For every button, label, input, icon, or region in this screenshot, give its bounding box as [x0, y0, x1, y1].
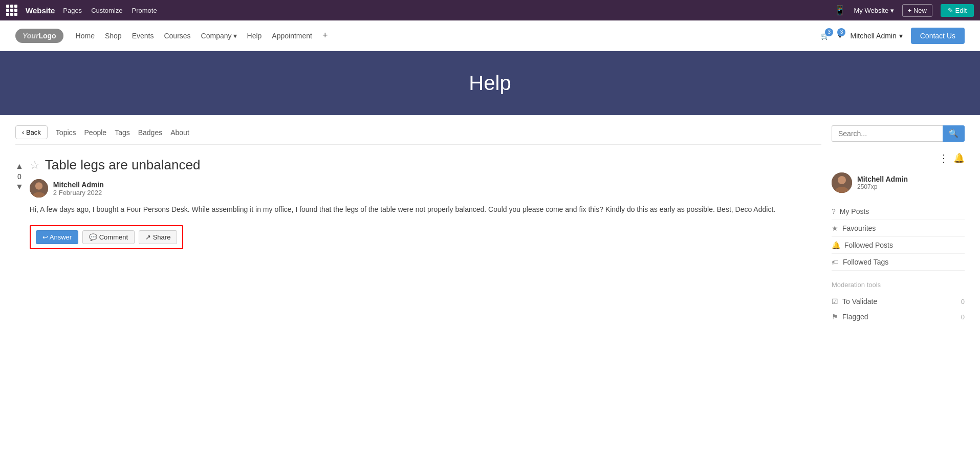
admin-nav-customize[interactable]: Customize	[91, 7, 122, 14]
help-hero: Help	[0, 51, 980, 115]
profile-name: Mitchell Admin	[857, 175, 908, 183]
my-posts-icon: ?	[832, 207, 836, 215]
my-website[interactable]: My Website ▾	[854, 7, 894, 14]
nav-plus-icon[interactable]: +	[322, 30, 328, 41]
admin-nav: Pages Customize Promote	[63, 7, 157, 14]
comment-button[interactable]: 💬 Comment	[82, 230, 135, 244]
more-options-button[interactable]: ⋮	[939, 152, 949, 164]
post-body: ☆ Table legs are unbalanced Mitchell Adm…	[30, 157, 821, 249]
user-name: Mitchell Admin	[850, 32, 896, 40]
forum-nav-links: Topics People Tags Badges About	[56, 128, 189, 137]
nav-shop[interactable]: Shop	[105, 32, 122, 40]
post-title-row: ☆ Table legs are unbalanced	[30, 157, 821, 173]
wishlist-icon[interactable]: ♥ 3	[838, 32, 842, 40]
upvote-button[interactable]: ▲	[15, 162, 24, 170]
sidebar-my-posts[interactable]: ? My Posts	[832, 203, 965, 220]
moderation-flagged[interactable]: ⚑ Flagged 0	[832, 309, 965, 324]
nav-appointment[interactable]: Appointment	[272, 32, 312, 40]
author-name: Mitchell Admin	[53, 181, 104, 189]
search-box: 🔍	[832, 125, 965, 142]
nav-courses[interactable]: Courses	[164, 32, 190, 40]
cart-badge: 3	[825, 28, 833, 36]
site-name[interactable]: Website	[26, 6, 55, 15]
profile-xp: 2507xp	[857, 183, 908, 190]
sidebar-followed-tags[interactable]: 🏷 Followed Tags	[832, 254, 965, 271]
post-container: ▲ 0 ▼ ☆ Table legs are unbalanced	[15, 157, 821, 249]
nav-links: Home Shop Events Courses Company ▾ Help …	[76, 30, 821, 41]
action-buttons-wrapper: ↩ Answer 💬 Comment ↗ Share	[30, 225, 184, 249]
followed-tags-icon: 🏷	[832, 258, 839, 266]
validate-label: To Validate	[842, 297, 877, 306]
flagged-label: Flagged	[842, 313, 868, 321]
moderation-validate[interactable]: ☑ To Validate 0	[832, 294, 965, 309]
nav-home[interactable]: Home	[76, 32, 95, 40]
post-title: Table legs are unbalanced	[45, 157, 201, 173]
profile-avatar	[832, 172, 852, 193]
back-button[interactable]: ‹ Back	[15, 125, 48, 139]
new-button[interactable]: + New	[902, 4, 932, 17]
nav-events[interactable]: Events	[132, 32, 154, 40]
edit-button[interactable]: ✎ Edit	[941, 4, 974, 17]
answer-button[interactable]: ↩ Answer	[36, 230, 78, 244]
favourites-label: Favourites	[842, 224, 876, 232]
logo-text: Logo	[38, 32, 56, 40]
svg-point-4	[838, 176, 846, 184]
admin-nav-pages[interactable]: Pages	[63, 7, 82, 14]
logo-your: Your	[23, 32, 38, 40]
sidebar-followed-posts[interactable]: 🔔 Followed Posts	[832, 237, 965, 254]
notifications-button[interactable]: 🔔	[953, 152, 965, 164]
nav-topics[interactable]: Topics	[56, 128, 76, 137]
admin-nav-promote[interactable]: Promote	[132, 7, 157, 14]
followed-posts-icon: 🔔	[832, 241, 840, 249]
forum-nav: ‹ Back Topics People Tags Badges About	[15, 125, 821, 145]
left-column: ‹ Back Topics People Tags Badges About ▲…	[15, 125, 821, 412]
user-profile: Mitchell Admin 2507xp	[832, 172, 965, 193]
favourites-icon: ★	[832, 224, 838, 232]
company-chevron-icon: ▾	[233, 32, 237, 40]
mobile-icon[interactable]: 📱	[834, 5, 845, 16]
moderation-items: ☑ To Validate 0 ⚑ Flagged 0	[832, 294, 965, 324]
main-content: ‹ Back Topics People Tags Badges About ▲…	[0, 115, 980, 422]
action-buttons: ↩ Answer 💬 Comment ↗ Share	[36, 230, 178, 244]
profile-info: Mitchell Admin 2507xp	[857, 175, 908, 190]
nav-right: 🛒 3 ♥ 3 Mitchell Admin ▾ Contact Us	[821, 28, 965, 44]
vote-count: 0	[17, 172, 21, 181]
sidebar-menu: ? My Posts ★ Favourites 🔔 Followed Posts…	[832, 203, 965, 271]
search-input[interactable]	[832, 125, 943, 142]
nav-people[interactable]: People	[84, 128, 107, 137]
user-chevron-icon: ▾	[899, 32, 903, 40]
logo[interactable]: Your Logo	[15, 29, 63, 43]
cart-icon[interactable]: 🛒 3	[821, 32, 830, 40]
grid-icon[interactable]	[6, 5, 17, 16]
admin-bar: Website Pages Customize Promote 📱 My Web…	[0, 0, 980, 20]
nav-about[interactable]: About	[170, 128, 189, 137]
right-sidebar: 🔍 ⋮ 🔔 Mitchell Admin 2507xp	[832, 125, 965, 412]
share-button[interactable]: ↗ Share	[139, 230, 177, 244]
site-nav: Your Logo Home Shop Events Courses Compa…	[0, 20, 980, 51]
favourite-star-icon[interactable]: ☆	[30, 159, 40, 172]
nav-tags[interactable]: Tags	[115, 128, 130, 137]
nav-badges[interactable]: Badges	[138, 128, 162, 137]
sidebar-actions: ⋮ 🔔	[832, 152, 965, 164]
validate-icon: ☑	[832, 297, 838, 306]
nav-company[interactable]: Company ▾	[201, 32, 237, 40]
author-info: Mitchell Admin 2 February 2022	[53, 181, 104, 197]
vote-column: ▲ 0 ▼	[15, 157, 24, 249]
downvote-button[interactable]: ▼	[15, 183, 24, 191]
author-avatar	[30, 179, 48, 198]
followed-posts-label: Followed Posts	[844, 241, 893, 249]
nav-help[interactable]: Help	[247, 32, 262, 40]
flagged-icon: ⚑	[832, 313, 838, 321]
author-date: 2 February 2022	[53, 189, 104, 197]
contact-us-button[interactable]: Contact Us	[911, 28, 965, 44]
heart-badge: 3	[837, 28, 845, 36]
moderation-title: Moderation tools	[832, 281, 965, 289]
my-posts-label: My Posts	[840, 207, 869, 215]
hero-title: Help	[10, 72, 970, 95]
validate-count: 0	[961, 298, 965, 306]
followed-tags-label: Followed Tags	[843, 258, 888, 266]
post-author: Mitchell Admin 2 February 2022	[30, 179, 821, 198]
user-dropdown[interactable]: Mitchell Admin ▾	[850, 32, 902, 40]
sidebar-favourites[interactable]: ★ Favourites	[832, 220, 965, 237]
search-button[interactable]: 🔍	[943, 125, 965, 142]
